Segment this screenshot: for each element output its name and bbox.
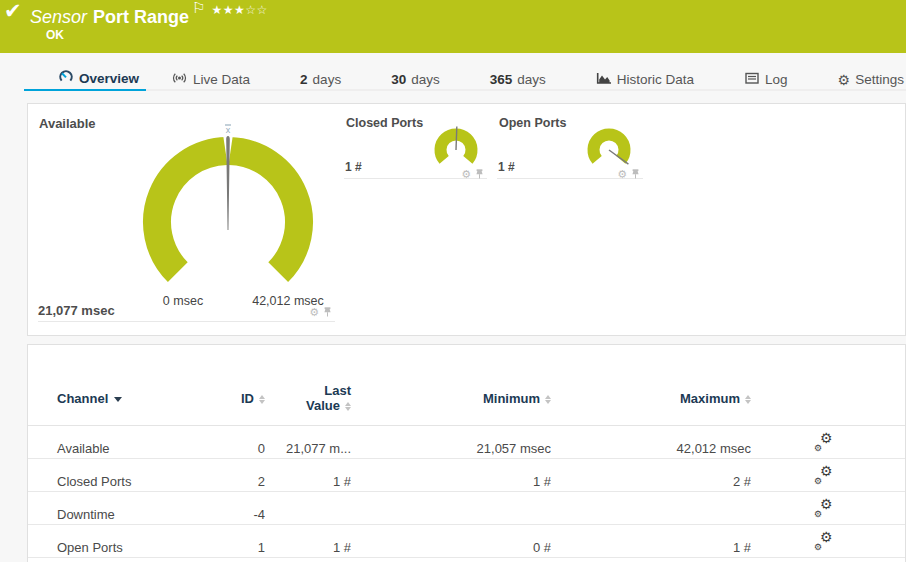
cell-id: 2 bbox=[178, 458, 265, 491]
sort-icon bbox=[345, 401, 351, 412]
status-badge: OK bbox=[46, 28, 64, 42]
status-check-icon: ✔ bbox=[4, 0, 22, 23]
gear-icon: ⚙ bbox=[838, 72, 851, 88]
gauge-open-ports-value: 1 # bbox=[498, 160, 515, 174]
table-row-downtime[interactable]: Downtime -4 ⚙⚙ bbox=[28, 491, 905, 524]
cell-channel[interactable]: Downtime bbox=[28, 491, 178, 524]
channel-settings-icon[interactable]: ⚙⚙ bbox=[814, 499, 834, 517]
tab-365-days[interactable]: 365days bbox=[465, 70, 571, 89]
channel-settings-icon[interactable]: ⚙⚙ bbox=[814, 532, 834, 550]
cell-channel[interactable]: Closed Ports bbox=[28, 458, 178, 491]
gauge-open-ports-label: Open Ports bbox=[499, 116, 566, 130]
broadcast-icon bbox=[171, 70, 188, 89]
cell-id: 0 bbox=[178, 425, 265, 458]
cell-channel[interactable]: Open Ports bbox=[28, 524, 178, 557]
tab-bar: Overview Live Data 2days 30days 365days … bbox=[24, 53, 906, 91]
gauge-available-min: 0 msec bbox=[150, 294, 216, 308]
channels-panel: Channel ID LastValue Minimum Maximum Ava… bbox=[27, 344, 906, 562]
sort-icon bbox=[259, 394, 265, 405]
gauge-closed-ports-label: Closed Ports bbox=[346, 116, 423, 130]
column-header-maximum[interactable]: Maximum bbox=[551, 372, 751, 425]
cell-minimum: 21,057 msec bbox=[351, 425, 551, 458]
sort-icon bbox=[745, 394, 751, 405]
gauge-closed-ports-needle bbox=[456, 127, 457, 150]
tab-settings[interactable]: ⚙ Settings bbox=[813, 70, 906, 89]
gauge-closed-ports[interactable]: Closed Ports 1 # ⚙ bbox=[344, 118, 487, 179]
channel-settings-icon[interactable]: ⚙⚙ bbox=[814, 466, 834, 484]
cell-last-value: 21,077 m... bbox=[265, 425, 351, 458]
gauge-available-value: 21,077 msec bbox=[38, 303, 115, 318]
table-row-closed-ports[interactable]: Closed Ports 2 1 # 1 # 2 # ⚙⚙ bbox=[28, 458, 905, 491]
gauges-panel: Available x 0 msec 42,012 msec 21,077 ms… bbox=[27, 103, 906, 336]
priority-stars[interactable]: ★★★☆☆ bbox=[212, 3, 268, 17]
flag-icon[interactable]: ⚐ bbox=[192, 0, 205, 17]
cell-maximum: 2 # bbox=[551, 458, 751, 491]
gauge-open-ports-dial bbox=[585, 124, 633, 172]
tab-historic-data[interactable]: Historic Data bbox=[571, 70, 719, 89]
column-header-id[interactable]: ID bbox=[178, 372, 265, 425]
sort-desc-icon bbox=[114, 397, 122, 402]
pin-icon[interactable] bbox=[323, 307, 332, 317]
table-row-open-ports[interactable]: Open Ports 1 1 # 0 # 1 # ⚙⚙ bbox=[28, 524, 905, 557]
table-header-row: Channel ID LastValue Minimum Maximum bbox=[28, 372, 905, 425]
cell-last-value bbox=[265, 491, 351, 524]
gauge-closed-ports-dial bbox=[432, 124, 480, 172]
gauge-available-needle bbox=[226, 136, 230, 230]
gauge-open-ports[interactable]: Open Ports 1 # ⚙ bbox=[497, 118, 643, 179]
cell-last-value: 1 # bbox=[265, 458, 351, 491]
tab-2-days[interactable]: 2days bbox=[275, 70, 366, 89]
column-header-actions bbox=[751, 372, 905, 425]
column-header-minimum[interactable]: Minimum bbox=[351, 372, 551, 425]
sort-icon bbox=[545, 394, 551, 405]
tab-live-data[interactable]: Live Data bbox=[146, 70, 275, 89]
cell-channel[interactable]: Available bbox=[28, 425, 178, 458]
tab-30-days[interactable]: 30days bbox=[366, 70, 465, 89]
channel-settings-icon[interactable]: ⚙⚙ bbox=[814, 433, 834, 451]
column-header-last-value[interactable]: LastValue bbox=[265, 372, 351, 425]
gauge-available-label: Available bbox=[39, 116, 96, 131]
tab-log[interactable]: Log bbox=[719, 70, 813, 89]
cell-last-value: 1 # bbox=[265, 524, 351, 557]
sensor-header: ✔ SensorPort Range⚐★★★☆☆ OK bbox=[0, 0, 906, 53]
cell-minimum: 0 # bbox=[351, 524, 551, 557]
gauge-settings-icon[interactable]: ⚙ bbox=[461, 170, 471, 179]
channels-table: Channel ID LastValue Minimum Maximum Ava… bbox=[28, 372, 905, 558]
sensor-kind-label: Sensor bbox=[30, 7, 87, 27]
gauge-available-dial: x bbox=[133, 122, 323, 312]
cell-minimum bbox=[351, 491, 551, 524]
cell-maximum: 42,012 msec bbox=[551, 425, 751, 458]
tab-overview[interactable]: Overview bbox=[24, 67, 146, 89]
cell-maximum bbox=[551, 491, 751, 524]
gauge-settings-icon[interactable]: ⚙ bbox=[617, 170, 627, 179]
gauge-available[interactable]: Available x 0 msec 42,012 msec 21,077 ms… bbox=[38, 118, 335, 322]
gauge-closed-ports-value: 1 # bbox=[345, 160, 362, 174]
area-chart-icon bbox=[596, 70, 612, 89]
cell-minimum: 1 # bbox=[351, 458, 551, 491]
cell-maximum: 1 # bbox=[551, 524, 751, 557]
cell-id: -4 bbox=[178, 491, 265, 524]
column-header-channel[interactable]: Channel bbox=[28, 372, 178, 425]
table-row-available[interactable]: Available 0 21,077 m... 21,057 msec 42,0… bbox=[28, 425, 905, 458]
page-title: Port Range bbox=[93, 7, 189, 27]
cell-id: 1 bbox=[178, 524, 265, 557]
log-icon bbox=[744, 70, 760, 89]
mean-marker: x bbox=[226, 125, 231, 135]
pin-icon[interactable] bbox=[475, 169, 484, 179]
gauge-settings-icon[interactable]: ⚙ bbox=[309, 308, 319, 317]
pin-icon[interactable] bbox=[631, 169, 640, 179]
gauge-available-max: 42,012 msec bbox=[238, 294, 338, 308]
gauge-icon bbox=[58, 69, 74, 88]
